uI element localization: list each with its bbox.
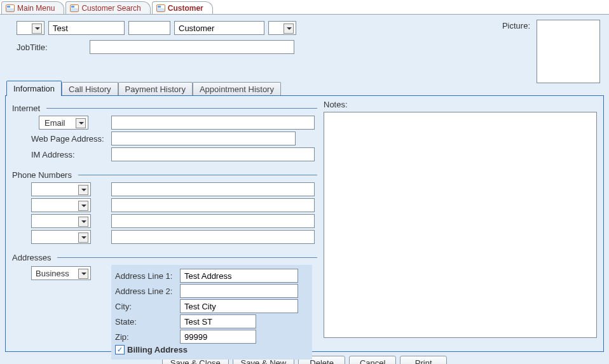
billing-label: Billing Address	[127, 345, 188, 354]
addr-line1-input[interactable]	[180, 269, 298, 283]
im-field[interactable]	[114, 149, 311, 160]
app-window: Main Menu Customer Search Customer	[0, 0, 609, 364]
group-internet: Internet	[12, 104, 317, 113]
doc-tab-label: Main Menu	[17, 4, 55, 13]
job-title-label: JobTitle:	[17, 43, 48, 52]
email-type-select[interactable]: Email	[39, 116, 88, 130]
addresses-legend: Addresses	[12, 253, 53, 262]
addr-zip-input[interactable]	[180, 330, 256, 344]
middle-name-input[interactable]	[128, 21, 170, 35]
detail-tabhost: Information Call History Payment History…	[5, 81, 604, 352]
group-phones: Phone Numbers	[12, 170, 317, 180]
detail-tabpage: Internet Email Web	[5, 95, 604, 352]
form-icon	[156, 4, 165, 12]
doc-tab-customer[interactable]: Customer	[152, 1, 213, 14]
phone-input-1[interactable]	[111, 182, 315, 196]
tab-payment-history[interactable]: Payment History	[118, 82, 193, 96]
billing-checkbox[interactable]: ✓	[115, 345, 125, 354]
doc-tab-label: Customer Search	[81, 4, 140, 13]
phone-input-4[interactable]	[111, 230, 315, 244]
last-name-field[interactable]	[177, 23, 261, 34]
document-tabstrip: Main Menu Customer Search Customer	[0, 0, 609, 14]
right-column: Notes:	[324, 100, 597, 338]
tab-appointment-history[interactable]: Appointment History	[193, 82, 281, 96]
phone-input-3[interactable]	[111, 214, 315, 228]
tab-information[interactable]: Information	[6, 81, 62, 96]
addr-state-input[interactable]	[180, 314, 256, 328]
address-panel: Address Line 1: Address Line 2: City:	[111, 265, 312, 360]
phone-type-select-2[interactable]	[31, 198, 91, 212]
group-rule	[57, 257, 317, 258]
web-field[interactable]	[114, 133, 292, 144]
last-name-input[interactable]	[174, 21, 264, 35]
job-title-input[interactable]	[90, 40, 294, 54]
job-title-field[interactable]	[93, 42, 291, 53]
web-input[interactable]	[111, 131, 296, 145]
phone-input-2[interactable]	[111, 198, 315, 212]
addr-zip-label: Zip:	[115, 332, 176, 342]
group-rule	[78, 175, 317, 175]
header-area: JobTitle: Picture:	[5, 21, 604, 78]
group-addresses: Addresses	[12, 253, 317, 262]
form-icon	[6, 4, 15, 12]
title-select[interactable]	[17, 21, 44, 35]
form-icon	[70, 4, 79, 12]
picture-box[interactable]	[537, 20, 600, 83]
group-rule	[46, 108, 317, 109]
first-name-input[interactable]	[48, 21, 125, 35]
notes-textarea[interactable]	[324, 112, 597, 338]
address-type-select[interactable]: Business	[31, 266, 91, 280]
address-type-value: Business	[36, 269, 69, 278]
phones-legend: Phone Numbers	[12, 170, 74, 180]
addr-line2-label: Address Line 2:	[115, 286, 176, 296]
suffix-select[interactable]	[268, 21, 296, 35]
middle-name-field[interactable]	[132, 23, 167, 34]
doc-tab-customer-search[interactable]: Customer Search	[65, 1, 150, 14]
picture-area: Picture:	[502, 20, 600, 83]
addr-city-label: City:	[115, 302, 176, 311]
im-input[interactable]	[111, 147, 315, 161]
phone-type-select-3[interactable]	[31, 214, 91, 228]
workspace: JobTitle: Picture: Information Call Hist…	[0, 15, 609, 364]
addr-city-input[interactable]	[180, 299, 298, 313]
email-type-value: Email	[44, 118, 65, 128]
cancel-button[interactable]: Cancel	[349, 356, 396, 364]
email-input[interactable]	[111, 116, 315, 130]
addr-state-label: State:	[115, 317, 176, 327]
doc-tab-main-menu[interactable]: Main Menu	[1, 1, 64, 14]
notes-label: Notes:	[324, 100, 348, 109]
first-name-field[interactable]	[51, 23, 121, 34]
print-button[interactable]: Print	[400, 356, 447, 364]
email-field[interactable]	[114, 118, 311, 128]
picture-label: Picture:	[502, 21, 530, 30]
tab-call-history[interactable]: Call History	[62, 82, 118, 96]
doc-tab-label: Customer	[168, 4, 203, 13]
internet-legend: Internet	[12, 104, 43, 113]
phone-type-select-4[interactable]	[31, 230, 91, 244]
left-column: Internet Email Web	[12, 100, 317, 360]
phone-type-select-1[interactable]	[31, 182, 91, 196]
addr-line1-label: Address Line 1:	[115, 271, 176, 281]
addr-line2-input[interactable]	[180, 284, 298, 298]
